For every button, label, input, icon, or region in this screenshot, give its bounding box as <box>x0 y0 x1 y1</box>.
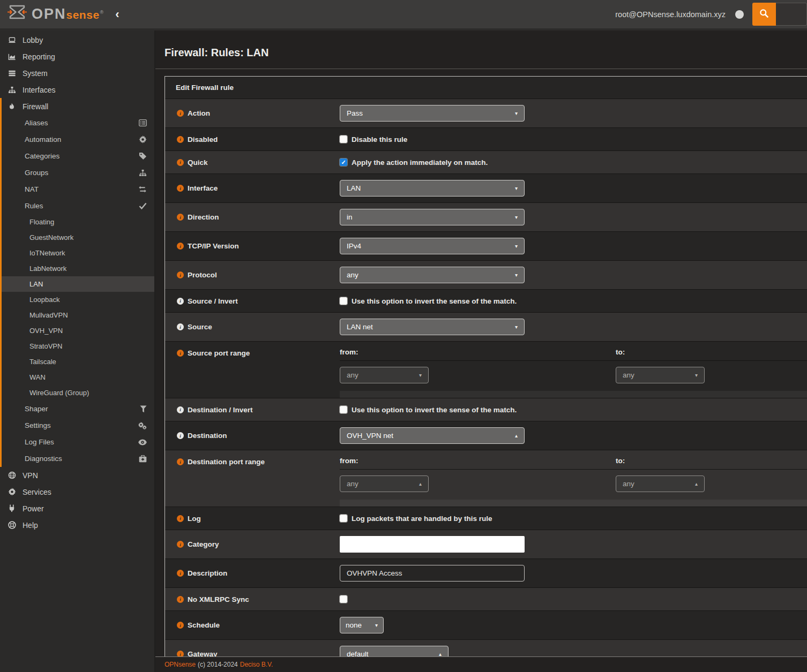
source-port-from-select[interactable]: any▾ <box>340 367 429 383</box>
opnsense-footer-link[interactable]: OPNsense <box>165 661 196 668</box>
copyright-text: (c) 2014-2024 <box>198 661 238 668</box>
sidebar-item-rules-iotnetwork[interactable]: IoTNetwork <box>2 245 154 261</box>
sidebar-item-groups[interactable]: Groups <box>2 164 154 181</box>
sidebar-item-reporting[interactable]: Reporting <box>0 48 154 65</box>
info-icon[interactable]: i <box>177 136 184 143</box>
checkbox[interactable] <box>340 406 347 413</box>
info-icon[interactable]: i <box>177 570 184 577</box>
destination-port-to-select[interactable]: any▴ <box>616 475 705 492</box>
checkbox[interactable] <box>340 515 347 522</box>
info-icon[interactable]: i <box>177 622 184 629</box>
info-icon[interactable]: i <box>177 651 184 657</box>
sidebar-item-services[interactable]: Services <box>0 484 154 500</box>
sidebar-item-label: WAN <box>29 373 46 381</box>
sidebar-item-vpn[interactable]: VPN <box>0 467 154 484</box>
info-icon[interactable]: i <box>177 298 184 305</box>
sidebar-item-aliases[interactable]: Aliases <box>2 115 154 131</box>
quick-checkbox[interactable]: ✓Apply the action immediately on match. <box>340 158 807 167</box>
sidebar-item-rules-labnetwork[interactable]: LabNetwork <box>2 261 154 276</box>
description-input[interactable] <box>340 565 525 582</box>
source-port-to-select[interactable]: any▾ <box>616 367 705 383</box>
checkbox[interactable] <box>340 595 347 603</box>
sidebar-item-rules-loopback[interactable]: Loopback <box>2 292 154 307</box>
direction-select[interactable]: in▾ <box>340 209 525 225</box>
gears-icon <box>138 421 147 429</box>
source-select[interactable]: LAN net▾ <box>340 319 525 335</box>
port-to-label: to: <box>616 342 807 361</box>
sidebar-item-settings[interactable]: Settings <box>2 417 154 434</box>
sidebar-item-diagnostics[interactable]: Diagnostics <box>2 450 154 467</box>
source-invert-checkbox[interactable]: Use this option to invert the sense of t… <box>340 297 807 305</box>
sidebar-item-categories[interactable]: Categories <box>2 148 154 164</box>
info-icon[interactable]: i <box>177 596 184 603</box>
sidebar-item-rules-wan[interactable]: WAN <box>2 369 154 385</box>
info-icon[interactable]: i <box>177 159 184 166</box>
logo-text-sense: sense <box>66 9 100 21</box>
chevron-down-icon: ▾ <box>515 324 518 330</box>
sidebar-item-firewall[interactable]: Firewall <box>2 98 154 115</box>
sidebar-nav: LobbyReportingSystemInterfacesFirewallAl… <box>0 31 155 672</box>
opnsense-logo-icon[interactable] <box>7 4 27 25</box>
info-icon[interactable]: i <box>177 271 184 278</box>
sidebar-item-logfiles[interactable]: Log Files <box>2 434 154 450</box>
eye-icon <box>138 439 147 446</box>
info-icon[interactable]: i <box>177 214 184 221</box>
protocol-select[interactable]: any▾ <box>340 267 525 283</box>
horizontal-scrollbar[interactable] <box>340 391 807 398</box>
info-icon[interactable]: i <box>177 458 184 465</box>
disabled-checkbox[interactable]: Disable this rule <box>340 135 807 144</box>
edit-firewall-rule-panel: Edit Firewall rule iAction Pass▾ iDisabl… <box>165 76 807 657</box>
sidebar-item-rules-floating[interactable]: Floating <box>2 214 154 230</box>
sidebar-item-rules-mullvadvpn[interactable]: MullvadVPN <box>2 307 154 323</box>
sidebar-item-power[interactable]: Power <box>0 500 154 517</box>
info-icon[interactable]: i <box>177 243 184 250</box>
sidebar-collapse-icon[interactable]: ‹ <box>115 9 119 20</box>
sidebar-item-rules-lan[interactable]: LAN <box>2 276 154 292</box>
sidebar-item-rules-tailscale[interactable]: Tailscale <box>2 354 154 369</box>
info-icon[interactable]: i <box>177 515 184 522</box>
deciso-footer-link[interactable]: Deciso B.V. <box>240 661 273 668</box>
info-icon[interactable]: i <box>177 350 184 357</box>
search-button[interactable] <box>752 3 776 26</box>
destination-invert-checkbox[interactable]: Use this option to invert the sense of t… <box>340 406 807 414</box>
sidebar-item-nat[interactable]: NAT <box>2 181 154 198</box>
sidebar-item-interfaces[interactable]: Interfaces <box>0 81 154 98</box>
sidebar-item-rules-wireguard[interactable]: WireGuard (Group) <box>2 385 154 401</box>
sidebar-item-help[interactable]: Help <box>0 517 154 533</box>
field-label: Source / Invert <box>188 297 238 305</box>
sidebar-item-label: Log Files <box>25 438 54 446</box>
opnsense-logo[interactable]: OPNsense® <box>32 6 103 22</box>
info-icon[interactable]: i <box>177 432 184 439</box>
checkbox[interactable]: ✓ <box>340 158 347 166</box>
sidebar-item-lobby[interactable]: Lobby <box>0 32 154 48</box>
sidebar-item-label: VPN <box>23 471 38 480</box>
info-icon[interactable]: i <box>177 110 184 117</box>
info-icon[interactable]: i <box>177 323 184 330</box>
destination-select[interactable]: OVH_VPN net▴ <box>340 427 525 444</box>
action-select[interactable]: Pass▾ <box>340 105 525 122</box>
medkit-icon <box>139 455 147 463</box>
info-icon[interactable]: i <box>177 541 184 548</box>
sidebar-item-rules-ovh-vpn[interactable]: OVH_VPN <box>2 323 154 338</box>
log-checkbox[interactable]: Log packets that are handled by this rul… <box>340 515 807 523</box>
destination-port-from-select[interactable]: any▴ <box>340 475 429 492</box>
category-input[interactable] <box>340 536 525 553</box>
no-xmlrpc-checkbox[interactable] <box>340 595 807 603</box>
checkbox[interactable] <box>340 297 347 305</box>
sidebar-item-automation[interactable]: Automation <box>2 131 154 148</box>
info-icon[interactable]: i <box>177 406 184 413</box>
sidebar-item-rules[interactable]: Rules <box>2 198 154 214</box>
sidebar-item-rules-stratovpn[interactable]: StratoVPN <box>2 338 154 354</box>
chevron-down-icon: ▾ <box>515 272 518 278</box>
search-input[interactable] <box>776 3 807 26</box>
sidebar-item-shaper[interactable]: Shaper <box>2 401 154 417</box>
horizontal-scrollbar[interactable] <box>340 500 807 507</box>
sidebar-item-system[interactable]: System <box>0 65 154 81</box>
schedule-select[interactable]: none▾ <box>340 617 384 633</box>
gateway-select[interactable]: default▴ <box>340 646 449 657</box>
tcpip-version-select[interactable]: IPv4▾ <box>340 238 525 254</box>
interface-select[interactable]: LAN▾ <box>340 180 525 197</box>
checkbox[interactable] <box>340 135 347 143</box>
sidebar-item-rules-guestnetwork[interactable]: GuestNetwork <box>2 230 154 245</box>
info-icon[interactable]: i <box>177 185 184 192</box>
